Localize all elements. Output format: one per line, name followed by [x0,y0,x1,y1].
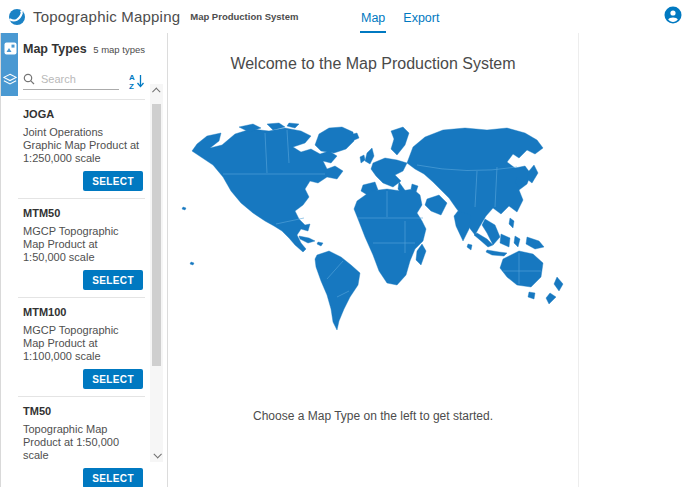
select-button[interactable]: SELECT [83,171,143,191]
app-window: Topographic Mapping Map Production Syste… [0,0,699,487]
map-types-panel: Map Types 5 map types A Z [18,33,168,487]
layers-icon[interactable] [1,64,19,95]
search-field[interactable] [23,72,119,90]
welcome-title: Welcome to the Map Production System [168,33,578,73]
map-type-actions: SELECT [23,369,143,389]
select-button[interactable]: SELECT [83,468,143,487]
app-header: Topographic Mapping Map Production Syste… [0,0,699,33]
scrollbar[interactable] [150,84,163,462]
instruction-text: Choose a Map Type on the left to get sta… [168,409,578,423]
welcome-panel: Welcome to the Map Production System [168,33,579,487]
map-type-actions: SELECT [23,468,143,487]
map-type-name: TM50 [23,405,143,417]
map-type-description: Topographic Map Product at 1:50,000 scal… [23,423,143,462]
map-preview-icon[interactable] [1,33,19,64]
user-account-icon[interactable] [664,6,682,24]
map-type-actions: SELECT [23,270,143,290]
map-type-description: Joint Operations Graphic Map Product at … [23,126,143,165]
search-row: A Z [18,56,167,90]
right-spacer [579,33,699,487]
tool-strip [0,33,18,487]
map-type-name: MTM50 [23,207,143,219]
map-type-count: 5 map types [93,44,145,55]
panel-title: Map Types [23,42,87,56]
map-type-name: MTM100 [23,306,143,318]
svg-text:Z: Z [129,82,134,90]
chevron-down-icon[interactable] [150,448,163,462]
map-type-actions: SELECT [23,171,143,191]
map-type-item: TM50Topographic Map Product at 1:50,000 … [18,396,145,487]
map-type-item: MTM100MGCP Topographic Map Product at 1:… [18,297,145,396]
map-type-name: JOGA [23,108,143,120]
main-area: Welcome to the Map Production System [168,33,699,487]
tab-map[interactable]: Map [360,0,386,33]
map-type-item: MTM50MGCP Topographic Map Product at 1:5… [18,198,145,297]
sort-az-icon[interactable]: A Z [128,72,145,90]
svg-text:A: A [129,73,135,82]
tab-export[interactable]: Export [402,0,440,33]
scrollbar-thumb[interactable] [152,104,161,366]
globe-icon [8,8,26,26]
map-type-item: JOGAJoint Operations Graphic Map Product… [18,99,145,198]
app-subtitle: Map Production System [190,11,298,22]
select-button[interactable]: SELECT [83,369,143,389]
app-body: Map Types 5 map types A Z [0,33,699,487]
select-button[interactable]: SELECT [83,270,143,290]
search-icon [23,73,35,85]
panel-header: Map Types 5 map types [18,33,167,56]
brand: Topographic Mapping Map Production Syste… [8,0,298,33]
main-tabs: Map Export [360,0,440,33]
map-type-description: MGCP Topographic Map Product at 1:50,000… [23,225,143,264]
search-input[interactable] [39,72,119,86]
world-map [177,121,569,351]
map-type-description: MGCP Topographic Map Product at 1:100,00… [23,324,143,363]
app-title: Topographic Mapping [33,8,180,25]
map-type-list: JOGAJoint Operations Graphic Map Product… [18,99,167,487]
chevron-up-icon[interactable] [150,84,163,98]
tool-strip-active-block [1,33,19,96]
